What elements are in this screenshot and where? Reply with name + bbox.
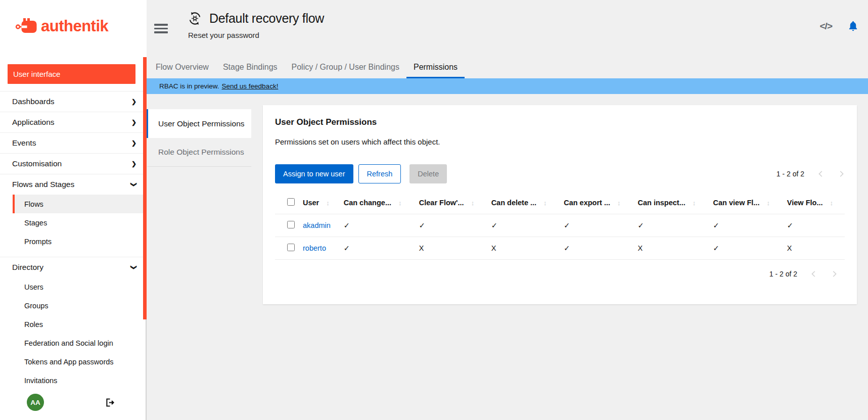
sidebar-item-label: Directory — [12, 263, 43, 272]
sidebar-item-groups[interactable]: Groups — [13, 296, 147, 315]
sidebar-item-label: Applications — [12, 118, 55, 127]
menu-icon[interactable] — [154, 24, 168, 35]
tab-stage-bindings[interactable]: Stage Bindings — [216, 57, 285, 78]
permission-cell: X — [633, 237, 709, 260]
authentik-logo[interactable]: authentik — [0, 0, 147, 36]
sort-icon[interactable]: ↕ — [693, 199, 696, 207]
sort-icon[interactable]: ↕ — [398, 199, 402, 207]
tab-permissions[interactable]: Permissions — [406, 57, 465, 78]
user-link[interactable]: akadmin — [303, 221, 331, 229]
permission-cell: ✓ — [340, 214, 415, 237]
next-page-button[interactable] — [838, 170, 845, 177]
sidebar-item-events[interactable]: Events ❯ — [0, 133, 147, 153]
page-header: Default recovery flow Reset your passwor… — [147, 0, 868, 57]
card-title: User Object Permissions — [275, 117, 845, 127]
permissions-table: User↕ Can change...↕ Clear Flow'...↕ Can… — [275, 192, 845, 260]
user-link[interactable]: roberto — [303, 244, 326, 252]
assign-to-new-user-button[interactable]: Assign to new user — [275, 164, 353, 183]
tab-flow-overview[interactable]: Flow Overview — [149, 57, 216, 78]
permission-cell: ✓ — [487, 214, 560, 237]
sidebar-item-label: Flows and Stages — [12, 180, 74, 189]
permission-subtabs: User Object Permissions Role Object Perm… — [147, 109, 251, 167]
sidebar-item-federation[interactable]: Federation and Social login — [13, 334, 147, 352]
column-header-can-change: Can change...↕ — [340, 192, 415, 214]
sidebar-footer: AA — [0, 394, 142, 411]
sidebar-item-invitations[interactable]: Invitations — [13, 371, 147, 390]
sidebar-item-tokens[interactable]: Tokens and App passwords — [13, 352, 147, 371]
permission-cell: ✓ — [783, 214, 845, 237]
sidebar-item-applications[interactable]: Applications ❯ — [0, 112, 147, 132]
sidebar-item-prompts[interactable]: Prompts — [13, 232, 147, 251]
page-subtitle: Reset your password — [188, 31, 324, 39]
sort-icon[interactable]: ↕ — [617, 199, 621, 207]
permission-cell: ✓ — [633, 214, 709, 237]
permission-cell: ✓ — [560, 214, 633, 237]
accent-divider — [143, 57, 147, 319]
pagination-label: 1 - 2 of 2 — [776, 170, 804, 178]
content-area: User Object Permissions Role Object Perm… — [147, 94, 868, 420]
sidebar-item-directory[interactable]: Directory ❯ — [0, 257, 147, 277]
permission-cell: X — [487, 237, 560, 260]
permission-cell: X — [783, 237, 845, 260]
app-window: authentik User interface Dashboards ❯ Ap… — [0, 0, 868, 420]
pagination-label: 1 - 2 of 2 — [769, 270, 797, 278]
table-row: roberto ✓ X X ✓ X ✓ X — [275, 237, 845, 260]
sign-out-icon[interactable] — [105, 397, 115, 408]
sort-icon[interactable]: ↕ — [471, 199, 475, 207]
column-header-view-flow: View Flo...↕ — [783, 192, 845, 214]
feedback-link[interactable]: Send us feedback! — [222, 82, 279, 90]
refresh-button[interactable]: Refresh — [358, 164, 401, 183]
permission-cell: ✓ — [709, 237, 783, 260]
sidebar-border — [146, 319, 147, 420]
sort-icon[interactable]: ↕ — [326, 199, 330, 207]
permission-cell: ✓ — [709, 214, 783, 237]
column-header-clear-flow: Clear Flow'...↕ — [415, 192, 487, 214]
subtab-user-object-permissions[interactable]: User Object Permissions — [147, 109, 251, 138]
permission-cell: X — [415, 237, 487, 260]
permission-cell: ✓ — [560, 237, 633, 260]
header-actions: </> — [820, 0, 859, 32]
banner-text: RBAC is in preview. — [159, 82, 219, 90]
sort-icon[interactable]: ↕ — [766, 199, 770, 207]
chevron-right-icon: ❯ — [131, 139, 136, 147]
delete-button[interactable]: Delete — [409, 164, 447, 183]
tab-policy-group-user-bindings[interactable]: Policy / Group / User Bindings — [285, 57, 406, 78]
table-toolbar: Assign to new user Refresh Delete 1 - 2 … — [275, 164, 845, 183]
row-checkbox[interactable] — [287, 221, 295, 228]
sort-icon[interactable]: ↕ — [543, 199, 547, 207]
flow-gear-icon — [188, 12, 202, 25]
sidebar-item-label: Customisation — [12, 159, 62, 168]
api-browser-icon[interactable]: </> — [820, 21, 832, 32]
sidebar-item-flows[interactable]: Flows — [13, 195, 147, 213]
subtab-role-object-permissions[interactable]: Role Object Permissions — [147, 138, 251, 167]
row-checkbox[interactable] — [287, 244, 295, 251]
sidebar-item-dashboards[interactable]: Dashboards ❯ — [0, 91, 147, 112]
column-header-user: User↕ — [299, 192, 340, 214]
previous-page-button[interactable] — [817, 170, 825, 177]
authentik-key-icon — [15, 17, 37, 36]
previous-page-button[interactable] — [810, 270, 817, 277]
sidebar-item-users[interactable]: Users — [13, 277, 147, 296]
column-header-can-inspect: Can inspect...↕ — [633, 192, 709, 214]
select-all-checkbox[interactable] — [287, 198, 295, 206]
title-block: Default recovery flow Reset your passwor… — [188, 0, 324, 39]
sidebar-item-stages[interactable]: Stages — [13, 213, 147, 232]
user-interface-button[interactable]: User interface — [8, 64, 135, 84]
notification-bell-icon[interactable] — [847, 20, 859, 32]
main-area: Default recovery flow Reset your passwor… — [147, 0, 868, 420]
pagination-top: 1 - 2 of 2 — [776, 170, 845, 178]
page-title: Default recovery flow — [209, 11, 324, 26]
sort-icon[interactable]: ↕ — [830, 199, 833, 207]
card-description: Permissions set on users which affect th… — [275, 137, 845, 146]
sidebar-nav: Dashboards ❯ Applications ❯ Events ❯ Cus… — [0, 91, 147, 396]
sidebar-item-flows-and-stages[interactable]: Flows and Stages ❯ — [0, 174, 147, 195]
permissions-card: User Object Permissions Permissions set … — [263, 105, 857, 304]
avatar[interactable]: AA — [27, 394, 44, 411]
next-page-button[interactable] — [831, 270, 838, 277]
chevron-down-icon: ❯ — [130, 265, 138, 270]
rbac-preview-banner: RBAC is in preview. Send us feedback! — [147, 78, 868, 94]
chevron-right-icon: ❯ — [131, 98, 136, 105]
sidebar-item-customisation[interactable]: Customisation ❯ — [0, 154, 147, 174]
table-row: akadmin ✓ ✓ ✓ ✓ ✓ ✓ ✓ — [275, 214, 845, 237]
sidebar-item-roles[interactable]: Roles — [13, 315, 147, 334]
